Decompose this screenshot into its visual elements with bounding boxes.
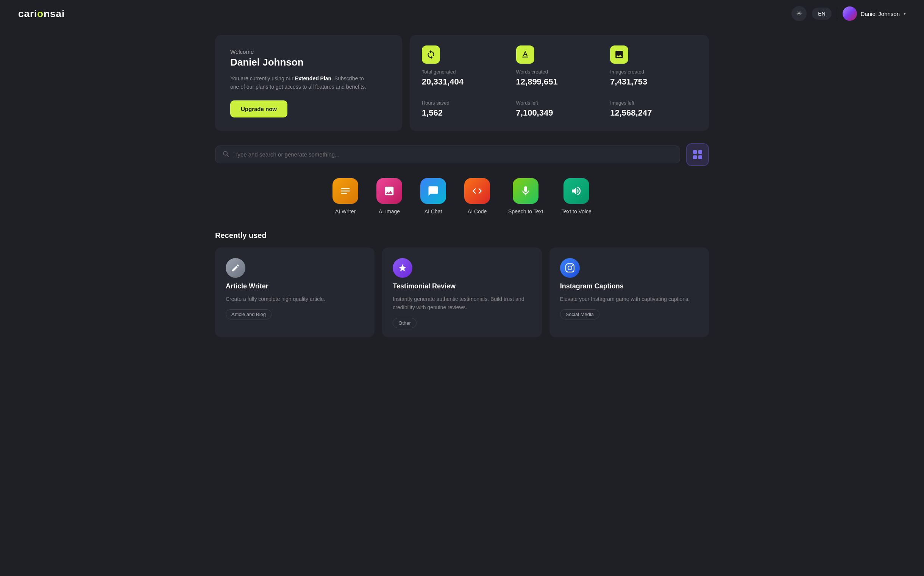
words-created-label: Words created: [516, 69, 603, 75]
recently-used-title: Recently used: [215, 231, 709, 240]
stats-card: Total generated 20,331,404 Words created…: [410, 35, 709, 131]
images-left-value: 12,568,247: [610, 108, 697, 118]
welcome-description: You are currently using our Extended Pla…: [230, 74, 374, 91]
hours-saved-value: 1,562: [422, 108, 509, 118]
main-content: Welcome Daniel Johnson You are currently…: [197, 27, 727, 352]
ai-chat-label: AI Chat: [424, 208, 442, 214]
ai-writer-icon: [332, 178, 358, 204]
images-created-label: Images created: [610, 69, 697, 75]
ai-writer-label: AI Writer: [335, 208, 356, 214]
instagram-icon: [560, 258, 580, 278]
total-generated-value: 20,331,404: [422, 77, 509, 87]
total-generated-label: Total generated: [422, 69, 509, 75]
logo-accent: ο: [37, 8, 43, 19]
tool-ai-code[interactable]: AI Code: [464, 178, 490, 214]
chevron-down-icon: ▾: [903, 11, 906, 16]
ai-image-label: AI Image: [379, 208, 400, 214]
welcome-card: Welcome Daniel Johnson You are currently…: [215, 35, 402, 131]
instagram-desc: Elevate your Instagram game with captiva…: [560, 295, 698, 303]
words-created-value: 12,899,651: [516, 77, 603, 87]
ai-image-icon: [377, 178, 402, 204]
article-writer-tag: Article and Blog: [226, 309, 271, 320]
search-input[interactable]: [215, 146, 680, 163]
recently-used-grid: Article Writer Create a fully complete h…: [215, 248, 709, 337]
sun-icon: ☀: [796, 10, 802, 18]
ai-code-icon: [464, 178, 490, 204]
recent-card-testimonial[interactable]: Testimonial Review Instantly generate au…: [382, 248, 541, 337]
grid-icon: [693, 150, 702, 159]
tool-ai-chat[interactable]: AI Chat: [420, 178, 446, 214]
images-left-label: Images left: [610, 100, 697, 106]
stat-images-left: Images left 12,568,247: [610, 100, 697, 120]
speech-to-text-icon: [513, 178, 538, 204]
grid-dot-4: [698, 155, 702, 159]
grid-dot-1: [693, 150, 697, 154]
stat-words-left: Words left 7,100,349: [516, 100, 603, 120]
article-writer-desc: Create a fully complete high quality art…: [226, 295, 364, 303]
words-left-value: 7,100,349: [516, 108, 603, 118]
words-created-icon: [516, 45, 534, 64]
text-to-voice-label: Text to Voice: [561, 208, 591, 214]
top-section: Welcome Daniel Johnson You are currently…: [215, 35, 709, 131]
tool-ai-writer[interactable]: AI Writer: [332, 178, 358, 214]
ai-code-label: AI Code: [468, 208, 487, 214]
theme-toggle-button[interactable]: ☀: [792, 6, 807, 21]
testimonial-icon: [393, 258, 412, 278]
tool-ai-image[interactable]: AI Image: [377, 178, 402, 214]
welcome-label: Welcome: [230, 48, 387, 55]
stat-words-created: Words created 12,899,651: [516, 45, 603, 90]
speech-to-text-label: Speech to Text: [508, 208, 543, 214]
user-menu[interactable]: Daniel Johnson ▾: [843, 6, 906, 21]
welcome-name: Daniel Johnson: [230, 56, 387, 68]
images-created-icon: [610, 45, 628, 64]
ai-chat-icon: [420, 178, 446, 204]
instagram-title: Instagram Captions: [560, 282, 698, 290]
language-selector[interactable]: EN: [812, 8, 831, 20]
testimonial-tag: Other: [393, 318, 417, 328]
stat-images-created: Images created 7,431,753: [610, 45, 697, 90]
recent-card-article-writer[interactable]: Article Writer Create a fully complete h…: [215, 248, 375, 337]
stat-hours-saved: Hours saved 1,562: [422, 100, 509, 120]
grid-dot-3: [693, 155, 697, 159]
tool-text-to-voice[interactable]: Text to Voice: [561, 178, 591, 214]
grid-dot-2: [698, 150, 702, 154]
instagram-tag: Social Media: [560, 309, 600, 320]
hours-saved-label: Hours saved: [422, 100, 509, 106]
search-section: [215, 143, 709, 166]
recently-used-section: Recently used Article Writer Create a fu…: [215, 231, 709, 337]
tools-section: AI Writer AI Image AI Chat: [215, 178, 709, 214]
header-divider: [837, 8, 837, 20]
words-left-label: Words left: [516, 100, 603, 106]
recent-card-instagram[interactable]: Instagram Captions Elevate your Instagra…: [549, 248, 709, 337]
testimonial-desc: Instantly generate authentic testimonial…: [393, 295, 531, 312]
article-writer-title: Article Writer: [226, 282, 364, 290]
images-created-value: 7,431,753: [610, 77, 697, 87]
tool-speech-to-text[interactable]: Speech to Text: [508, 178, 543, 214]
grid-widget-button[interactable]: [686, 143, 709, 166]
article-writer-icon: [226, 258, 246, 278]
stat-total-generated: Total generated 20,331,404: [422, 45, 509, 90]
user-name: Daniel Johnson: [861, 11, 900, 17]
header: cariοnsai ☀ EN Daniel Johnson ▾: [0, 0, 924, 27]
testimonial-title: Testimonial Review: [393, 282, 531, 290]
avatar: [843, 6, 857, 21]
upgrade-button[interactable]: Upgrade now: [230, 101, 287, 117]
logo: cariοnsai: [18, 8, 65, 20]
total-generated-icon: [422, 45, 440, 64]
text-to-voice-icon: [563, 178, 589, 204]
header-controls: ☀ EN Daniel Johnson ▾: [792, 6, 906, 21]
